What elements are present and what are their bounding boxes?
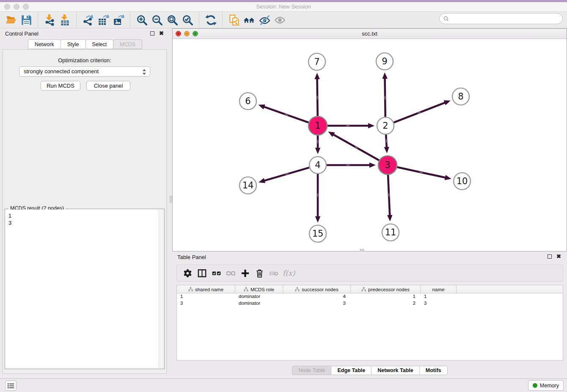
- column-header-name[interactable]: name: [421, 285, 457, 293]
- table-rows[interactable]: 1dominator4113dominator323: [177, 293, 563, 307]
- network-graph[interactable]: 1234678910111415: [173, 39, 567, 251]
- settings-gear-button[interactable]: [180, 266, 195, 280]
- column-label: predecessor nodes: [368, 287, 410, 292]
- zoom-selected-icon: [182, 14, 193, 26]
- window-minimize-button[interactable]: [14, 4, 19, 10]
- list-icon: [7, 383, 14, 389]
- cell-shared-name[interactable]: 3: [177, 300, 235, 307]
- edge-arrowhead: [315, 148, 320, 154]
- home-icon: [244, 14, 255, 26]
- refresh-button[interactable]: [203, 13, 218, 27]
- select-all-button[interactable]: [209, 266, 223, 280]
- hide-panels-button[interactable]: [257, 13, 272, 27]
- deselect-all-button[interactable]: [223, 266, 238, 280]
- zoom-out-button[interactable]: [149, 13, 165, 27]
- tab-network[interactable]: Network: [28, 39, 61, 49]
- export-network-button[interactable]: [80, 13, 96, 27]
- zoom-selected-button[interactable]: [180, 13, 195, 27]
- float-table-panel-icon[interactable]: [548, 254, 552, 259]
- edge-handle: [317, 140, 318, 144]
- close-panel-button[interactable]: Close panel: [86, 81, 130, 91]
- cell-successor-nodes[interactable]: 3: [283, 300, 351, 307]
- horizontal-splitter-grip[interactable]: [360, 249, 364, 251]
- column-label: successor nodes: [302, 287, 338, 292]
- delete-table-button[interactable]: [267, 266, 281, 280]
- window-zoom-button[interactable]: [23, 4, 29, 10]
- cell-predecessor-nodes[interactable]: 1: [351, 293, 421, 300]
- column-tree-icon: [361, 287, 366, 292]
- table-row[interactable]: 1dominator411: [177, 293, 563, 300]
- float-panel-icon[interactable]: [150, 31, 154, 36]
- table-row[interactable]: 3dominator323: [177, 300, 563, 307]
- window-close-button[interactable]: [4, 4, 10, 10]
- close-table-panel-icon[interactable]: ✖: [556, 253, 561, 259]
- tab-node-table[interactable]: Node Table: [292, 366, 331, 375]
- split-panel-icon: [197, 268, 207, 278]
- column-header-shared-name[interactable]: shared name: [177, 285, 235, 293]
- column-header-MCDS-role[interactable]: MCDS role: [235, 285, 283, 293]
- zoom-in-button[interactable]: [134, 13, 149, 27]
- tab-motifs[interactable]: Motifs: [419, 366, 448, 375]
- export-image-button[interactable]: [111, 13, 126, 27]
- zoom-fit-button[interactable]: [165, 13, 180, 27]
- add-column-button[interactable]: [238, 266, 252, 280]
- edge-handle: [317, 96, 318, 99]
- mcds-result-text: 1 3: [5, 210, 158, 369]
- view-minimize-icon[interactable]: −: [184, 31, 190, 36]
- network-window-titlebar[interactable]: × − + scc.txt: [173, 29, 567, 39]
- delete-column-button[interactable]: [252, 266, 267, 280]
- tab-select[interactable]: Select: [85, 39, 114, 49]
- function-builder-button[interactable]: f(x): [283, 269, 295, 277]
- home-button[interactable]: [242, 13, 257, 27]
- cell-name[interactable]: 1: [421, 293, 457, 300]
- node-table[interactable]: shared nameMCDS rolesuccessor nodesprede…: [176, 285, 563, 361]
- column-tree-icon: [295, 287, 300, 292]
- view-maximize-icon[interactable]: +: [193, 31, 198, 36]
- cell-MCDS-role[interactable]: dominator: [235, 293, 283, 300]
- task-history-button[interactable]: [5, 381, 17, 391]
- run-mcds-button[interactable]: Run MCDS: [41, 81, 80, 91]
- search-input[interactable]: [449, 14, 562, 23]
- import-table-button[interactable]: [57, 13, 72, 27]
- zoom-out-icon: [151, 14, 163, 26]
- tab-style[interactable]: Style: [61, 39, 86, 49]
- edge-handle: [347, 165, 350, 166]
- close-panel-icon[interactable]: ✖: [159, 30, 164, 36]
- cell-predecessor-nodes[interactable]: 2: [351, 300, 421, 307]
- edge-arrowhead: [387, 215, 392, 221]
- column-header-successor-nodes[interactable]: successor nodes: [283, 285, 351, 293]
- cell-shared-name[interactable]: 1: [177, 293, 235, 300]
- cell-successor-nodes[interactable]: 4: [283, 293, 351, 300]
- export-table-button[interactable]: [96, 13, 111, 27]
- column-header-predecessor-nodes[interactable]: predecessor nodes: [351, 285, 421, 293]
- select-all-icon: [212, 268, 221, 278]
- tab-mcds[interactable]: MCDS: [113, 39, 142, 49]
- save-session-button[interactable]: [19, 13, 34, 27]
- tab-edge-table[interactable]: Edge Table: [331, 366, 372, 375]
- table-header-row[interactable]: shared nameMCDS rolesuccessor nodesprede…: [177, 285, 563, 293]
- memory-button[interactable]: Memory: [528, 380, 564, 391]
- view-close-icon[interactable]: ×: [176, 31, 181, 36]
- clone-network-button[interactable]: [226, 13, 242, 27]
- table-panel-title: Table Panel: [177, 254, 206, 260]
- import-network-button[interactable]: [42, 13, 57, 27]
- node-label: 10: [457, 176, 468, 186]
- criterion-value: strongly connected component: [24, 68, 99, 75]
- cell-MCDS-role[interactable]: dominator: [235, 300, 283, 307]
- open-session-button[interactable]: [3, 13, 19, 27]
- toolbar-separator: [130, 13, 130, 27]
- window-title: Session: New Session: [0, 2, 567, 11]
- column-label: shared name: [195, 287, 223, 292]
- zoom-in-icon: [136, 14, 148, 26]
- show-panels-button[interactable]: [272, 13, 287, 27]
- split-panel-button[interactable]: [195, 266, 209, 280]
- column-label: MCDS role: [250, 287, 274, 292]
- network-canvas[interactable]: 1234678910111415: [173, 39, 567, 251]
- cell-name[interactable]: 3: [421, 300, 457, 307]
- tab-network-table[interactable]: Network Table: [371, 366, 420, 375]
- result-scrollbar[interactable]: [159, 210, 164, 369]
- edge-arrowhead: [384, 147, 389, 153]
- memory-status-icon: [533, 383, 537, 388]
- search-box[interactable]: [439, 13, 563, 24]
- criterion-select[interactable]: strongly connected component: [19, 66, 150, 77]
